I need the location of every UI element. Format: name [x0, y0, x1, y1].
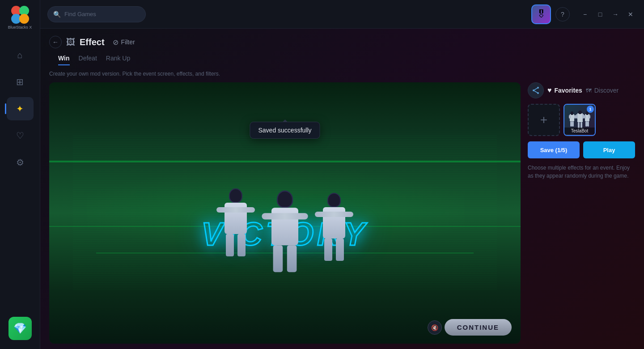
top-bar: 🔍 Find Games 🎖 ? − □ → ✕ [40, 0, 644, 29]
sound-button[interactable]: 🔇 [428, 320, 442, 335]
filter-button[interactable]: ⊘ Filter [113, 38, 135, 47]
sidebar-item-apps[interactable]: ⊞ [7, 70, 34, 94]
svg-rect-18 [582, 114, 584, 119]
preset-card-label: TeslaBot [564, 128, 595, 134]
robot-1 [225, 188, 247, 256]
robot-1-head [229, 188, 242, 203]
robot-1-body [225, 203, 247, 234]
filter-label: Filter [121, 38, 135, 46]
effect-title-row: ← 🖼 Effect ⊘ Filter [49, 36, 635, 48]
search-placeholder: Find Games [64, 11, 96, 17]
continue-button[interactable]: CONTINUE [445, 319, 512, 336]
svg-rect-14 [572, 121, 574, 127]
sidebar-item-settings[interactable]: ⚙ [7, 151, 34, 174]
robot-1-arms [216, 207, 255, 213]
tab-rank-up[interactable]: Rank Up [106, 52, 130, 65]
sidebar-bottom: 💎 [8, 317, 32, 340]
svg-rect-16 [578, 111, 582, 114]
close-button[interactable]: ✕ [624, 8, 637, 21]
panel-tab-favorites[interactable]: ♥ Favorites [547, 86, 582, 94]
share-button[interactable] [528, 82, 544, 98]
game-avatar[interactable]: 🎖 [531, 4, 551, 24]
svg-line-7 [534, 88, 538, 90]
tab-win[interactable]: Win [58, 52, 70, 65]
svg-line-8 [534, 90, 538, 93]
effect-header: ← 🖼 Effect ⊘ Filter Win Defeat Rank Up C… [40, 29, 644, 77]
back-button[interactable]: ← [49, 36, 62, 48]
svg-rect-12 [574, 115, 576, 119]
sidebar-nav: ⌂ ⊞ ✦ ♡ ⚙ [7, 43, 34, 317]
sidebar-item-home[interactable]: ⌂ [7, 43, 34, 67]
svg-rect-10 [571, 111, 573, 115]
svg-rect-13 [570, 121, 572, 127]
effect-title-text: Effect [80, 37, 105, 47]
content-area: ← 🖼 Effect ⊘ Filter Win Defeat Rank Up C… [40, 29, 644, 349]
svg-rect-23 [584, 115, 586, 119]
panel-tab-discover[interactable]: 🗺 Discover [586, 87, 619, 94]
action-buttons: Save (1/5) Play [528, 141, 635, 158]
bluestacks-logo-icon [10, 4, 30, 25]
preview-container: VICTORY [49, 82, 521, 344]
settings-icon: ⚙ [16, 158, 24, 167]
forward-button[interactable]: → [609, 8, 622, 21]
robot-3-body [323, 207, 345, 238]
presets-grid: + [528, 104, 635, 136]
sidebar: BlueStacks X ⌂ ⊞ ✦ ♡ ⚙ 💎 [0, 0, 40, 349]
filter-icon: ⊘ [113, 38, 119, 47]
add-preset-button[interactable]: + [528, 104, 560, 136]
svg-rect-11 [569, 115, 571, 119]
svg-rect-25 [585, 121, 587, 127]
robot-2-head [277, 191, 293, 208]
robot-2-arms [262, 213, 308, 219]
preview-background: VICTORY [49, 82, 521, 344]
app-logo: BlueStacks X [8, 4, 32, 30]
discover-tab-icon: 🗺 [586, 87, 592, 94]
robots-container [225, 197, 345, 265]
sidebar-item-effects[interactable]: ✦ [7, 97, 34, 120]
window-controls: − □ → ✕ [579, 8, 637, 21]
heart-icon: ♡ [16, 131, 24, 140]
add-icon: + [540, 113, 547, 127]
share-icon [532, 87, 540, 94]
sidebar-item-favorites[interactable]: ♡ [7, 124, 34, 147]
main-content: 🔍 Find Games 🎖 ? − □ → ✕ ← 🖼 Effect ⊘ [40, 0, 644, 349]
svg-rect-24 [589, 115, 590, 119]
maximize-button[interactable]: □ [594, 8, 606, 21]
robot-3-head [327, 193, 341, 207]
saved-tooltip-text: Saved successfully [258, 127, 311, 134]
content-header: Win Defeat Rank Up [49, 52, 635, 65]
save-button[interactable]: Save (1/5) [528, 141, 580, 158]
svg-rect-17 [576, 114, 578, 119]
robot-2-legs [273, 245, 297, 272]
minimize-button[interactable]: − [579, 8, 591, 21]
right-panel: ♥ Favorites 🗺 Discover + [528, 82, 635, 344]
robot-3-legs [324, 238, 344, 261]
effects-icon: ✦ [16, 104, 24, 113]
robot-2 [271, 191, 298, 272]
tab-defeat[interactable]: Defeat [79, 52, 97, 65]
tabs-and-share: Win Defeat Rank Up [58, 52, 626, 65]
robot-3 [323, 193, 345, 261]
preset-badge: 1 [587, 106, 594, 113]
panel-description: Choose multiple effects for an event. En… [528, 164, 635, 180]
top-bar-actions: 🎖 ? [531, 4, 570, 24]
preset-card-teslabot[interactable]: TeslaBot 1 [564, 104, 596, 136]
svg-point-3 [19, 14, 29, 24]
favorites-tab-label: Favorites [555, 87, 582, 94]
play-button[interactable]: Play [583, 141, 635, 158]
svg-rect-15 [577, 113, 583, 122]
app-name-label: BlueStacks X [8, 25, 32, 30]
panel-header: ♥ Favorites 🗺 Discover [528, 82, 635, 98]
home-icon: ⌂ [17, 51, 22, 60]
robot-3-arms [315, 212, 353, 217]
apps-icon: ⊞ [16, 77, 24, 86]
search-box[interactable]: 🔍 Find Games [47, 6, 146, 22]
discover-tab-label: Discover [594, 87, 619, 94]
favorites-tab-icon: ♥ [547, 86, 552, 94]
help-button[interactable]: ? [555, 7, 570, 21]
robot-1-legs [226, 234, 246, 256]
gem-icon[interactable]: 💎 [8, 317, 32, 340]
search-icon: 🔍 [53, 11, 61, 18]
tab-description: Create your own mod version. Pick the ev… [49, 71, 635, 77]
main-panel: VICTORY [40, 77, 644, 349]
